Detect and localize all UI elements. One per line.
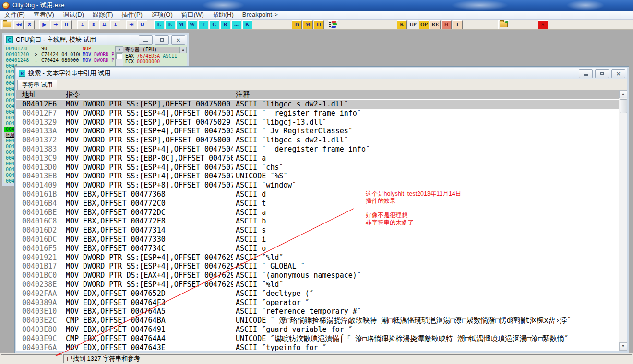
close-program-button[interactable]: X <box>24 20 35 29</box>
execute-till-return-button[interactable]: ⇥ <box>126 20 136 29</box>
up-plugin-button[interactable]: UP <box>408 20 418 29</box>
open-file-button[interactable] <box>1 20 12 29</box>
disasm-hexdump: C74424 04 0100 <box>41 52 80 58</box>
h-window-button[interactable]: H <box>314 20 324 29</box>
menu-item-f[interactable]: 文件(F) <box>0 11 29 19</box>
cpu-minimize-button[interactable] <box>139 35 153 45</box>
table-row[interactable]: 00402FAAMOV EDX,OFFSET 0047652DASCII ″de… <box>16 289 619 298</box>
scroll-up-icon[interactable]: ▲ <box>619 90 627 98</box>
cpu-address-row[interactable]: 0040 <box>4 127 15 132</box>
table-row[interactable]: 0040161BMOV EBX,OFFSET 00477368ASCII d <box>16 190 619 199</box>
menu-item-v[interactable]: 查看(V) <box>29 11 59 19</box>
table-row[interactable]: 00401383MOV DWORD PTR SS:[ESP+4],OFFSET … <box>16 145 619 154</box>
memory-window-button[interactable]: M <box>176 20 186 29</box>
cpu-address-row[interactable]: 00401248 <box>4 58 33 63</box>
log-window-button[interactable]: L <box>154 20 164 29</box>
step-over-button[interactable]: ⇟ <box>88 20 98 29</box>
table-row[interactable]: 00401BC0MOV DWORD PTR DS:[EAX+4],OFFSET … <box>16 271 619 280</box>
cpu-address-row[interactable]: 0040123F <box>4 46 33 52</box>
table-row[interactable]: 004016B4MOV EBX,OFFSET 004772C0ASCII t <box>16 199 619 208</box>
search-window-titlebar[interactable]: R 搜索 - 文本字符串中引用 试用 × <box>16 68 627 79</box>
k-plugin-button[interactable]: K <box>397 20 407 29</box>
search-restore-button[interactable] <box>595 69 609 78</box>
table-row[interactable]: 0040238EMOV DWORD PTR SS:[ESP+4],OFFSET … <box>16 280 619 289</box>
breakpoints-window-button[interactable]: K <box>242 20 252 29</box>
table-row[interactable]: 004013EBMOV DWORD PTR SS:[ESP+4],OFFSET … <box>16 172 619 181</box>
m-window-button[interactable]: M <box>303 20 313 29</box>
menu-item-breakpoint[interactable]: Breakpoint-> <box>238 11 282 19</box>
column-header[interactable]: 注释 <box>236 90 250 99</box>
cpu-window-button[interactable]: C <box>209 20 219 29</box>
strings-table[interactable]: 地址指令注释 004012E6MOV DWORD PTR SS:[ESP],OF… <box>16 90 627 351</box>
cpu-restore-button[interactable] <box>155 35 169 45</box>
references-window-button[interactable]: R <box>220 20 230 29</box>
animate-over-button[interactable]: ↧ <box>110 20 120 29</box>
scrollbar-thumb[interactable] <box>116 53 122 59</box>
h-plugin-button[interactable]: H <box>442 20 452 29</box>
menu-item-d[interactable]: 调试(D) <box>59 11 88 19</box>
execute-till-user-button[interactable]: U <box>137 20 147 29</box>
op-plugin-button[interactable]: OP <box>419 20 429 29</box>
run-trace-window-button[interactable]: ... <box>231 20 241 29</box>
table-row[interactable]: 004016C8MOV EBX,OFFSET 004772F8ASCII b <box>16 217 619 226</box>
executables-window-button[interactable]: E <box>165 20 175 29</box>
cpu-address-row[interactable]: 00401240 <box>4 52 33 58</box>
scrollbar-thumb[interactable] <box>620 99 627 113</box>
table-row[interactable]: 004012E6MOV DWORD PTR SS:[ESP],OFFSET 00… <box>16 100 619 109</box>
menu-item-h[interactable]: 帮助(H) <box>208 11 238 19</box>
table-row[interactable]: 00401B17MOV DWORD PTR SS:[ESP+4],OFFSET … <box>16 262 619 271</box>
register-row[interactable]: ECX 00000000 <box>125 59 187 65</box>
table-row[interactable]: 004016D2MOV EBX,OFFSET 00477314ASCII s <box>16 226 619 235</box>
scroll-up-icon[interactable]: ▲ <box>116 47 123 53</box>
table-row[interactable]: 00401921MOV DWORD PTR SS:[ESP+4],OFFSET … <box>16 253 619 262</box>
table-row[interactable]: 00403F6AMOV EDX,OFFSET 0047643EASCII ″ty… <box>16 343 619 351</box>
table-row[interactable]: 00403E80MOV EBX,OFFSET 00476491ASCII ″gu… <box>16 325 619 334</box>
menu-item-w[interactable]: 窗口(W) <box>177 11 208 19</box>
restart-button[interactable]: ◀◀ <box>13 20 24 29</box>
menu-item-t[interactable]: 跟踪(T) <box>88 11 118 19</box>
table-row[interactable]: 004016F5MOV EBX,OFFSET 0047734CASCII o <box>16 244 619 253</box>
registers-scroll-up-icon[interactable]: ▲ <box>179 47 187 53</box>
animate-into-button[interactable]: ⇊ <box>99 20 109 29</box>
column-divider[interactable] <box>234 90 234 351</box>
s-plugin-button[interactable]: S <box>538 20 548 29</box>
table-row[interactable]: 00403E2CCMP EBX,OFFSET 004764BAUNICODE ″… <box>16 316 619 325</box>
search-close-button[interactable]: × <box>611 69 625 78</box>
run-button[interactable]: ▶ <box>39 20 49 29</box>
threads-window-button[interactable]: T <box>198 20 208 29</box>
table-row[interactable]: 00403E9CCMP EBX,OFFSET 004764A4UNICODE ″… <box>16 334 619 343</box>
scroll-down-icon[interactable]: ▼ <box>619 342 627 351</box>
resume-thread-button[interactable]: → <box>50 20 60 29</box>
column-header[interactable]: 指令 <box>66 90 80 99</box>
re-plugin-button[interactable]: RE <box>430 20 440 29</box>
table-row[interactable]: 004016DCMOV EBX,OFFSET 00477330ASCII i <box>16 235 619 244</box>
windows-window-button[interactable]: W <box>187 20 197 29</box>
table-row[interactable]: 004016BEMOV EBX,OFFSET 004772DCASCII a <box>16 208 619 217</box>
menu-item-p[interactable]: 插件(P) <box>118 11 147 19</box>
table-row[interactable]: 00403E10MOV EBX,OFFSET 004764A5ASCII ″re… <box>16 307 619 316</box>
tab-strings[interactable]: 字符串 试用 <box>17 80 57 90</box>
table-row[interactable]: 004013C9MOV DWORD PTR SS:[EBP-0C],OFFSET… <box>16 154 619 163</box>
cpu-close-button[interactable]: × <box>171 35 185 45</box>
i-plugin-button[interactable]: I <box>453 20 463 29</box>
search-minimize-button[interactable] <box>579 69 593 78</box>
table-row[interactable]: 0040389AMOV EDX,OFFSET 004764F3ASCII ″op… <box>16 298 619 307</box>
column-header[interactable]: 地址 <box>22 90 36 99</box>
cpu-window-titlebar[interactable]: C CPU窗口 - 主线程, 模块 试用 × <box>4 35 187 45</box>
plugin-palette-button[interactable] <box>328 20 338 29</box>
title-bar[interactable]: OllyDbg - 试用.exe <box>0 0 633 11</box>
folder-plugin-button[interactable] <box>498 20 509 29</box>
step-into-button[interactable]: ⇣ <box>77 20 87 29</box>
table-row[interactable]: 0040133AMOV DWORD PTR SS:[ESP+4],OFFSET … <box>16 127 619 136</box>
table-row[interactable]: 00401372MOV DWORD PTR SS:[ESP],OFFSET 00… <box>16 136 619 145</box>
register-row[interactable]: EAX 7674ED5A ASCII <box>125 53 187 59</box>
menu-item-o[interactable]: 选项(O) <box>147 11 177 19</box>
pause-button[interactable]: II <box>61 20 72 29</box>
table-row[interactable]: 004012F7MOV DWORD PTR SS:[ESP+4],OFFSET … <box>16 109 619 118</box>
table-row[interactable]: 00401409MOV DWORD PTR SS:[ESP+8],OFFSET … <box>16 181 619 190</box>
column-divider[interactable] <box>64 90 64 351</box>
vertical-scrollbar[interactable]: ▲ ▼ <box>619 90 627 351</box>
b-window-button[interactable]: B <box>292 20 302 29</box>
table-row[interactable]: 00401329MOV DWORD PTR SS:[ESP],OFFSET 00… <box>16 118 619 127</box>
table-row[interactable]: 004013D0MOV DWORD PTR SS:[ESP+4],OFFSET … <box>16 163 619 172</box>
